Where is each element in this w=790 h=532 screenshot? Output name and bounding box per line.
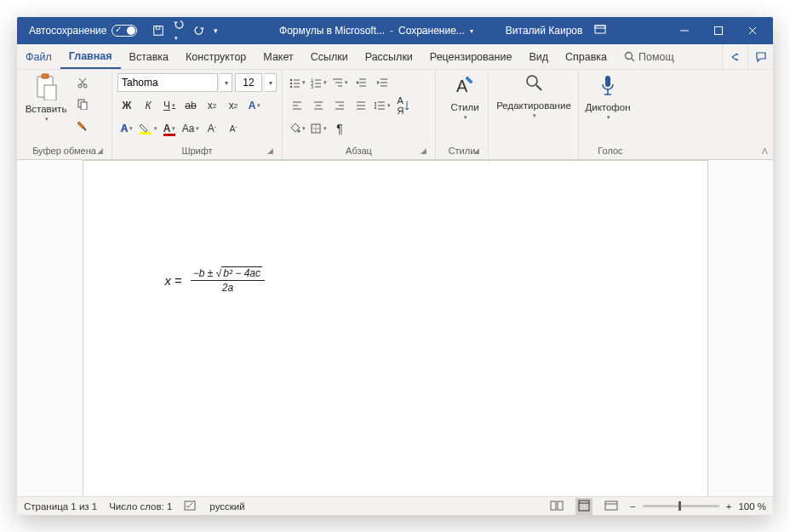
tab-references[interactable]: Ссылки [302, 44, 357, 69]
collapse-ribbon-icon[interactable]: ᐱ [762, 146, 768, 156]
align-left-button[interactable] [288, 96, 306, 115]
zoom-in-button[interactable]: + [726, 501, 732, 512]
tab-layout[interactable]: Макет [255, 44, 301, 69]
svg-rect-3 [595, 26, 605, 28]
close-button[interactable] [736, 17, 770, 44]
line-spacing-button[interactable]: ▾ [373, 96, 392, 115]
title-bar: Автосохранение ✓ ▾ ▾ Формулы в Microsoft… [17, 17, 773, 44]
sort-button[interactable]: AЯ [394, 96, 413, 115]
editing-button[interactable]: Редактирование ▾ [494, 73, 574, 119]
copy-button[interactable] [73, 94, 92, 113]
shrink-font-button[interactable]: Aˇ [224, 119, 243, 138]
tab-view[interactable]: Вид [520, 44, 557, 69]
borders-button[interactable]: ▾ [309, 119, 328, 138]
styles-button[interactable]: A Стили ▾ [441, 73, 489, 121]
minimize-button[interactable] [667, 17, 701, 44]
print-layout-icon[interactable] [575, 498, 592, 515]
italic-button[interactable]: К [139, 96, 157, 115]
styles-launcher-icon[interactable]: ◢ [473, 146, 479, 155]
font-color-button[interactable]: A▾ [160, 119, 179, 138]
read-mode-icon[interactable] [550, 500, 564, 513]
save-icon[interactable] [152, 25, 164, 37]
clipboard-group-label: Буфер обмена [32, 146, 96, 156]
page[interactable]: x = −b ± √b² − 4ac 2a [83, 160, 708, 496]
clipboard-launcher-icon[interactable]: ◢ [97, 146, 103, 155]
justify-button[interactable] [352, 96, 370, 115]
highlight-icon [139, 123, 152, 134]
change-case-button[interactable]: Aa▾ [181, 119, 200, 138]
font-outline-button[interactable]: A▾ [117, 119, 136, 138]
clipboard-icon [34, 73, 58, 100]
svg-rect-0 [154, 26, 163, 36]
font-size-dropdown[interactable]: ▾ [265, 73, 277, 92]
group-clipboard: Вставить ▾ Буфер обмена◢ [17, 70, 112, 159]
equation[interactable]: x = −b ± √b² − 4ac 2a [165, 267, 266, 294]
svg-rect-21 [163, 134, 175, 136]
format-painter-button[interactable] [73, 116, 92, 134]
paragraph-launcher-icon[interactable]: ◢ [421, 146, 426, 155]
zoom-slider[interactable] [643, 505, 719, 507]
zoom-out-button[interactable]: − [630, 501, 636, 512]
maximize-button[interactable] [701, 17, 736, 44]
undo-icon[interactable]: ▾ [173, 19, 185, 43]
tab-design[interactable]: Конструктор [177, 44, 255, 69]
group-voice: Диктофон ▾ Голос [579, 70, 642, 159]
align-right-button[interactable] [330, 96, 349, 115]
paste-button[interactable]: Вставить ▾ [22, 73, 70, 123]
autosave-toggle[interactable]: Автосохранение ✓ [29, 25, 137, 37]
redo-icon[interactable] [193, 25, 205, 37]
svg-line-64 [536, 85, 541, 90]
tab-review[interactable]: Рецензирование [421, 44, 521, 69]
highlight-button[interactable]: ▾ [139, 119, 157, 138]
superscript-button[interactable]: x2 [224, 96, 243, 115]
share-button[interactable] [722, 44, 747, 69]
user-name: Виталий Каиров [506, 25, 583, 37]
decrease-indent-button[interactable] [352, 73, 370, 92]
page-status[interactable]: Страница 1 из 1 [24, 501, 97, 512]
bullets-button[interactable]: ▾ [288, 73, 306, 92]
tab-help[interactable]: Справка [557, 44, 615, 69]
svg-point-26 [290, 86, 292, 88]
editing-label: Редактирование [496, 100, 571, 111]
svg-point-24 [290, 83, 292, 84]
account-icon[interactable] [594, 25, 606, 37]
underline-button[interactable]: Ч▾ [160, 96, 179, 115]
group-styles: A Стили ▾ Стили◢ [436, 70, 489, 159]
strike-button[interactable]: ab [181, 96, 200, 115]
bold-button[interactable]: Ж [117, 96, 136, 115]
comments-button[interactable] [747, 44, 773, 69]
font-launcher-icon[interactable]: ◢ [267, 146, 273, 155]
subscript-button[interactable]: x2 [203, 96, 221, 115]
indent-icon [376, 77, 388, 89]
tab-insert[interactable]: Вставка [121, 44, 177, 69]
numbering-button[interactable]: 123▾ [309, 73, 328, 92]
tab-file[interactable]: Файл [17, 44, 60, 69]
web-layout-icon[interactable] [604, 500, 618, 513]
word-count[interactable]: Число слов: 1 [109, 501, 172, 512]
show-marks-button[interactable]: ¶ [330, 119, 349, 138]
zoom-level[interactable]: 100 % [738, 501, 766, 512]
svg-rect-2 [595, 26, 605, 33]
spellcheck-icon[interactable] [184, 500, 198, 513]
cut-button[interactable] [73, 73, 92, 92]
font-name-input[interactable] [117, 73, 218, 92]
tab-mailings[interactable]: Рассылки [357, 44, 421, 69]
font-size-input[interactable] [235, 73, 262, 92]
font-group-label: Шрифт [181, 146, 212, 156]
tab-home[interactable]: Главная [60, 44, 121, 69]
equation-den: 2a [222, 281, 233, 294]
grow-font-button[interactable]: Aˆ [203, 119, 221, 138]
align-center-button[interactable] [309, 96, 328, 115]
microphone-icon [599, 73, 616, 99]
shading-button[interactable]: ▾ [288, 119, 306, 138]
text-effects-button[interactable]: A▾ [245, 96, 264, 115]
group-font: ▾ ▾ Ж К Ч▾ ab x2 x2 A▾ A▾ ▾ A▾ Aa▾ Aˆ Aˇ [112, 70, 283, 159]
font-name-dropdown[interactable]: ▾ [220, 73, 232, 92]
document-area[interactable]: x = −b ± √b² − 4ac 2a [17, 160, 773, 496]
numbering-icon: 123 [310, 77, 322, 89]
search-box[interactable]: Помощ [615, 44, 683, 69]
multilevel-button[interactable]: ▾ [330, 73, 349, 92]
dictate-button[interactable]: Диктофон ▾ [584, 73, 632, 121]
increase-indent-button[interactable] [373, 73, 392, 92]
language-status[interactable]: русский [209, 501, 244, 512]
